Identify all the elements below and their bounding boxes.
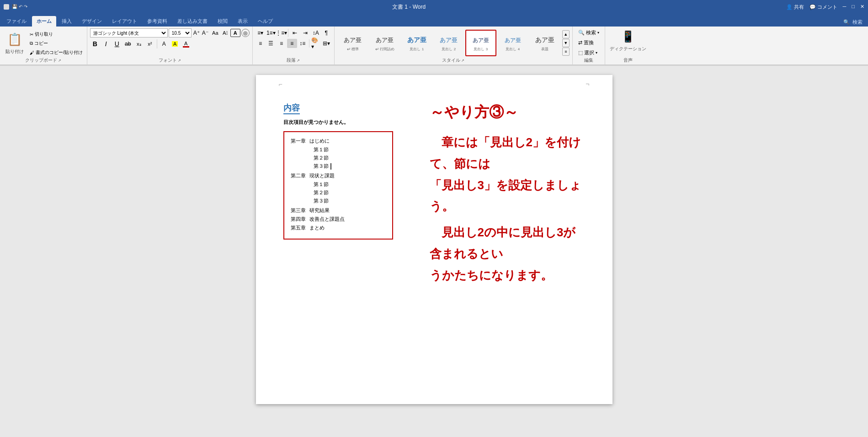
- share-button[interactable]: 👤 共有: [786, 4, 804, 11]
- font-grow-button[interactable]: A⁺: [192, 29, 201, 37]
- divider: [157, 39, 157, 48]
- toc-chapter-5: 第五章 まとめ: [291, 224, 386, 231]
- text-effects-button[interactable]: A: [159, 39, 169, 49]
- tab-view[interactable]: 表示: [233, 16, 252, 27]
- annotation-body: 章には「見出し2」を付けて、節には 「見出し3」を設定しましょう。 見出し2の中…: [430, 132, 585, 286]
- share-icon: 👤: [786, 4, 793, 10]
- maximize-button[interactable]: □: [852, 4, 855, 11]
- change-case-button[interactable]: Aa: [210, 29, 220, 37]
- italic-button[interactable]: I: [101, 39, 111, 49]
- line-spacing-button[interactable]: ↕≡: [298, 39, 308, 48]
- style-standard[interactable]: あア亜 ↵標準: [337, 30, 368, 56]
- document-area: ⌐ ¬ 内容 目次項目が見つかりません。 第一章 はじめに 第１節: [0, 66, 868, 437]
- format-copy-button[interactable]: 🖌 書式のコピー/貼り付け: [28, 48, 84, 57]
- paintbrush-icon: 🖌: [30, 50, 34, 55]
- comment-button[interactable]: 💬 コメント: [809, 4, 837, 11]
- superscript-button[interactable]: x²: [145, 39, 155, 49]
- cut-button[interactable]: ✂ 切り取り: [28, 30, 84, 38]
- paragraph-group-label: 段落 ↗: [253, 57, 334, 64]
- search-edit-icon: 🔍: [578, 30, 585, 36]
- tab-references[interactable]: 参考資料: [143, 16, 172, 27]
- annotation-section: ～やり方③～ 章には「見出し2」を付けて、節には 「見出し3」を設定しましょう。…: [421, 102, 585, 286]
- highlight-color-button[interactable]: A: [170, 39, 180, 49]
- multilevel-list-button[interactable]: ⋮≡▾: [277, 28, 287, 37]
- styles-scroll-controls: ▲ ▼ ≡: [562, 30, 570, 56]
- align-left-button[interactable]: ≡: [256, 39, 266, 48]
- tab-mailings[interactable]: 差し込み文書: [173, 16, 212, 27]
- numbering-button[interactable]: 1≡▾: [266, 28, 276, 37]
- text-box-button[interactable]: A: [230, 29, 240, 37]
- underline-button[interactable]: U: [112, 39, 122, 49]
- font-family-select[interactable]: 游ゴシック Light (本文: [90, 28, 168, 37]
- styles-scroll-up[interactable]: ▲: [562, 30, 570, 38]
- tab-insert[interactable]: 挿入: [57, 16, 76, 27]
- search-button[interactable]: 🔍 検索 ▾: [576, 28, 601, 37]
- style-heading3[interactable]: あア亜 見出し 3: [465, 30, 496, 56]
- style-heading2[interactable]: あア亜 見出し 2: [433, 30, 464, 56]
- word-icon: [4, 4, 9, 10]
- tab-layout[interactable]: レイアウト: [107, 16, 142, 27]
- strikethrough-button[interactable]: ab: [123, 39, 133, 49]
- search-dropdown-arrow: ▾: [597, 31, 599, 35]
- borders-button[interactable]: ⊞▾: [321, 39, 331, 48]
- toc-section: 内容 目次項目が見つかりません。 第一章 はじめに 第１節 第２節 第３節: [283, 102, 411, 286]
- tab-review[interactable]: 校閲: [213, 16, 232, 27]
- style-heading1[interactable]: あア亜 見出し 1: [401, 30, 432, 56]
- clear-format-button[interactable]: A⃝: [221, 29, 229, 37]
- font-color-button[interactable]: A: [181, 39, 191, 49]
- bullets-button[interactable]: ≡▾: [256, 28, 266, 37]
- search-box[interactable]: 🔍 検索: [840, 19, 866, 26]
- toc-box: 第一章 はじめに 第１節 第２節 第３節 第二章 現状と課題: [283, 131, 393, 240]
- sort-button[interactable]: ↕A: [311, 28, 321, 37]
- copy-button[interactable]: ⧉ コピー: [28, 39, 84, 48]
- show-hide-button[interactable]: ¶: [321, 28, 331, 37]
- paste-button[interactable]: 📋 貼り付け: [3, 28, 27, 57]
- para-expand-icon[interactable]: ↗: [297, 59, 300, 63]
- toc-section-2-3: 第３節: [291, 197, 386, 204]
- decrease-indent-button[interactable]: ⇤: [290, 28, 300, 37]
- shading-button[interactable]: 🎨▾: [311, 39, 321, 48]
- edit-group: 🔍 検索 ▾ ⇄ 置換 ⬚ 選択 ▾ 編集: [573, 27, 605, 64]
- toc-section-1-2: 第２節: [291, 155, 386, 161]
- close-button[interactable]: ✕: [860, 4, 864, 11]
- annotation-line4: うかたちになります。: [430, 265, 585, 286]
- select-icon: ⬚: [578, 50, 583, 56]
- styles-group-label: スタイル ↗: [335, 57, 572, 64]
- font-shrink-button[interactable]: A⁻: [201, 29, 209, 37]
- styles-scroll-down[interactable]: ▼: [562, 39, 570, 47]
- search-icon: 🔍: [843, 19, 850, 25]
- align-right-button[interactable]: ≡: [277, 39, 287, 48]
- tab-home[interactable]: ホーム: [32, 16, 56, 27]
- style-heading4[interactable]: あア亜 見出し 4: [497, 30, 528, 56]
- clipboard-expand-icon[interactable]: ↗: [58, 59, 61, 63]
- scissors-icon: ✂: [30, 32, 33, 37]
- dictation-button[interactable]: 📱: [620, 28, 636, 45]
- style-title[interactable]: あア亜 表題: [529, 30, 560, 56]
- tab-help[interactable]: ヘルプ: [253, 16, 277, 27]
- clipboard-group: 📋 貼り付け ✂ 切り取り ⧉ コピー 🖌 書式のコピー/貼り付け: [0, 27, 87, 64]
- toc-chapter-1: 第一章 はじめに: [291, 138, 386, 144]
- tab-file[interactable]: ファイル: [2, 16, 31, 27]
- annotation-line3: 見出し2の中に見出し3が含まれるとい: [430, 222, 585, 265]
- corner-tl: ⌐: [279, 80, 282, 88]
- app-window: 💾 ↶ ↷ 文書 1 - Word 👤 共有 💬 コメント ─ □ ✕ ファイル…: [0, 0, 868, 437]
- justify-button[interactable]: ≡: [287, 39, 297, 48]
- increase-indent-button[interactable]: ⇥: [300, 28, 310, 37]
- bold-button[interactable]: B: [90, 39, 100, 49]
- paste-icon: 📋: [6, 30, 23, 48]
- subscript-button[interactable]: x₂: [134, 39, 144, 49]
- minimize-button[interactable]: ─: [843, 4, 847, 11]
- align-center-button[interactable]: ☰: [266, 39, 276, 48]
- phonetic-button[interactable]: ◎: [241, 29, 250, 37]
- replace-button[interactable]: ⇄ 置換: [576, 38, 601, 47]
- font-size-select[interactable]: 10.5: [169, 28, 192, 37]
- font-expand-icon[interactable]: ↗: [178, 59, 181, 63]
- style-compact[interactable]: あア亜 ↵行間詰め: [369, 30, 400, 56]
- tab-design[interactable]: デザイン: [77, 16, 107, 27]
- toc-chapter-2: 第二章 現状と課題: [291, 172, 386, 179]
- toc-section-2-1: 第１節: [291, 181, 386, 188]
- styles-expand-icon[interactable]: ↗: [461, 59, 464, 63]
- styles-scroll-more[interactable]: ≡: [562, 48, 570, 56]
- edit-group-label: 編集: [573, 57, 605, 64]
- select-button[interactable]: ⬚ 選択 ▾: [576, 48, 601, 57]
